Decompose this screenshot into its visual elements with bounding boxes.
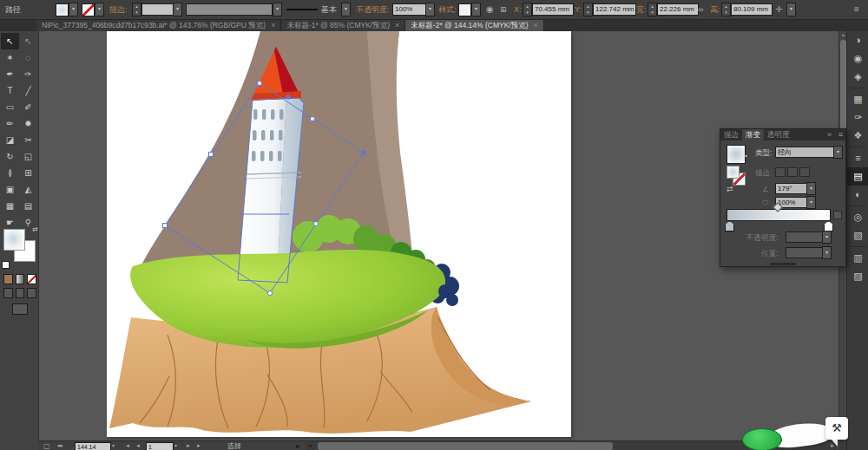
opacity-field[interactable]: 100% bbox=[392, 3, 427, 16]
selection-tool[interactable]: ↖ bbox=[1, 33, 19, 49]
h-stepper[interactable]: ▴▾ bbox=[721, 3, 731, 16]
profile-caret-icon[interactable]: ▾ bbox=[273, 3, 282, 16]
reference-point-icon[interactable]: ⊞ bbox=[500, 0, 507, 19]
rotate-tool[interactable]: ↻ bbox=[1, 148, 19, 165]
gradient-thumbnail-caret-icon[interactable]: ▾ bbox=[745, 153, 747, 159]
collapse-bar-icon[interactable]: ≡ bbox=[854, 0, 859, 19]
artboard[interactable] bbox=[107, 31, 571, 437]
tab-document-2[interactable]: 未标题-1* @ 85% (CMYK/预览)× bbox=[281, 19, 405, 31]
color-mode-button[interactable] bbox=[3, 274, 13, 284]
curvature-tool[interactable]: ✑ bbox=[19, 66, 37, 82]
first-artboard-icon[interactable]: ◄ bbox=[125, 441, 130, 450]
fill-caret-icon[interactable]: ▾ bbox=[69, 3, 78, 16]
anchor-point-hollow-2[interactable] bbox=[209, 153, 214, 157]
blob-brush-tool[interactable]: ✹ bbox=[19, 115, 37, 132]
gradient-type-select[interactable]: 径向 bbox=[775, 147, 837, 158]
x-field[interactable]: 70.455 mm bbox=[532, 3, 574, 16]
artboards-panel-icon[interactable]: ▦ bbox=[847, 90, 868, 108]
gradient-stop-start[interactable] bbox=[725, 221, 734, 232]
anchor-point-hollow[interactable] bbox=[163, 224, 168, 228]
y-field[interactable]: 122.742 mm bbox=[593, 3, 636, 16]
gradient-annotator-dot-2[interactable] bbox=[310, 116, 314, 121]
last-artboard-icon[interactable]: ► bbox=[196, 441, 201, 450]
x-stepper[interactable]: ▴▾ bbox=[523, 3, 532, 16]
magic-wand-tool[interactable]: ✶ bbox=[1, 49, 19, 66]
tab-document-3[interactable]: 未标题-2* @ 144.14% (CMYK/预览)× bbox=[405, 19, 543, 31]
layers-panel-icon[interactable]: ▥ bbox=[847, 249, 868, 267]
asset-export-panel-icon[interactable]: ▨ bbox=[847, 267, 868, 285]
mesh-tool[interactable]: ▦ bbox=[1, 198, 19, 214]
overlay-widget-wrench[interactable]: ⚒ bbox=[825, 417, 848, 440]
w-field[interactable]: 22.226 mm bbox=[657, 3, 699, 16]
w-stepper[interactable]: ▴▾ bbox=[648, 3, 657, 16]
stroke-across-button[interactable] bbox=[799, 167, 810, 177]
appearance-panel-icon[interactable]: ◎ bbox=[847, 208, 868, 226]
draw-inside-button[interactable] bbox=[27, 288, 36, 298]
tab-transparency-panel[interactable]: 透明度 bbox=[764, 129, 793, 140]
next-artboard-icon[interactable]: ► bbox=[186, 441, 191, 450]
tab-2-close-icon[interactable]: × bbox=[395, 21, 399, 29]
draw-behind-button[interactable] bbox=[16, 288, 25, 298]
gradient-annotator-dot[interactable] bbox=[257, 81, 261, 85]
export-icon[interactable]: ➥ bbox=[57, 441, 63, 450]
draw-normal-button[interactable] bbox=[3, 288, 13, 298]
panel-resize-grip[interactable] bbox=[770, 263, 796, 265]
stroke-within-button[interactable] bbox=[775, 167, 786, 177]
default-fill-stroke-icon[interactable] bbox=[2, 261, 10, 269]
add-to-swatches-button[interactable] bbox=[833, 211, 842, 219]
direct-selection-tool[interactable]: ↖ bbox=[19, 33, 37, 49]
gradient-type-caret-icon[interactable]: ▾ bbox=[833, 146, 843, 159]
recolor-artwork-icon[interactable]: ◉ bbox=[486, 0, 494, 19]
transform-icon[interactable]: ✛ bbox=[775, 0, 782, 19]
fill-swatch-large[interactable] bbox=[3, 229, 25, 251]
scissors-tool[interactable]: ✂ bbox=[19, 132, 37, 148]
zoom-caret-icon[interactable]: ▾ bbox=[112, 441, 115, 450]
scroll-left-icon[interactable]: ◄ bbox=[307, 441, 312, 450]
y-stepper[interactable]: ▴▾ bbox=[583, 3, 593, 16]
width-tool[interactable]: ≬ bbox=[1, 165, 19, 181]
overlay-widget-badge[interactable] bbox=[742, 428, 782, 450]
swap-fill-stroke-icon[interactable]: ⇄ bbox=[32, 225, 38, 233]
stroke-caret-icon[interactable]: ▾ bbox=[95, 3, 104, 16]
tab-1-close-icon[interactable]: × bbox=[271, 21, 275, 29]
angle-caret-icon[interactable]: ▾ bbox=[806, 182, 816, 195]
brushes-panel-icon[interactable]: ✑ bbox=[847, 108, 868, 127]
gradient-annotator-dot-3[interactable] bbox=[313, 221, 318, 225]
anchor-point-selected-2[interactable] bbox=[286, 95, 291, 100]
transform-caret-icon[interactable]: ▾ bbox=[786, 3, 796, 16]
stroke-color-swatch[interactable] bbox=[82, 3, 95, 16]
tab-3-close-icon[interactable]: × bbox=[534, 21, 538, 29]
pencil-tool[interactable]: ✏ bbox=[1, 115, 19, 132]
h-field[interactable]: 80.109 mm bbox=[731, 3, 773, 16]
pen-tool[interactable]: ✒ bbox=[1, 66, 19, 82]
gradient-panel-icon[interactable]: ▤ bbox=[847, 167, 868, 186]
eraser-tool[interactable]: ◪ bbox=[1, 132, 19, 148]
type-tool[interactable]: T bbox=[1, 82, 19, 99]
none-mode-button[interactable] bbox=[27, 274, 36, 284]
brush-value[interactable]: 基本 bbox=[321, 0, 337, 19]
shape-builder-tool[interactable]: ▣ bbox=[1, 181, 19, 198]
aspect-caret-icon[interactable]: ▾ bbox=[806, 196, 816, 209]
gradient-annotator-dot-4[interactable] bbox=[267, 290, 272, 295]
style-swatch[interactable] bbox=[458, 3, 471, 16]
document-icon[interactable]: ▢ bbox=[43, 441, 50, 450]
stroke-weight-caret-icon[interactable]: ▾ bbox=[173, 3, 182, 16]
free-transform-tool[interactable]: ⊞ bbox=[19, 165, 37, 181]
libraries-panel-icon[interactable]: ◈ bbox=[847, 68, 868, 86]
canvas-pasteboard[interactable] bbox=[38, 31, 838, 440]
perspective-grid-tool[interactable]: ◭ bbox=[19, 181, 37, 198]
style-caret-icon[interactable]: ▾ bbox=[471, 3, 481, 16]
panel-fill-proxy[interactable] bbox=[727, 166, 740, 179]
opacity-caret-icon[interactable]: ▾ bbox=[425, 3, 435, 16]
horizontal-scroll-thumb[interactable] bbox=[318, 442, 613, 450]
stroke-panel-icon[interactable]: ≡ bbox=[847, 149, 868, 167]
fill-color-swatch[interactable] bbox=[56, 3, 69, 16]
color-panel-icon[interactable]: ◑ bbox=[847, 31, 868, 49]
prev-artboard-icon[interactable]: ◄ bbox=[135, 441, 141, 450]
graphic-styles-panel-icon[interactable]: ▧ bbox=[847, 226, 868, 245]
zoom-level-field[interactable]: 144.14 bbox=[75, 442, 111, 450]
paintbrush-tool[interactable]: ✐ bbox=[19, 99, 37, 115]
angle-field[interactable]: 179° bbox=[775, 183, 808, 194]
constrain-link-icon[interactable]: ∞ bbox=[698, 0, 703, 19]
gradient-thumbnail[interactable] bbox=[727, 145, 746, 164]
